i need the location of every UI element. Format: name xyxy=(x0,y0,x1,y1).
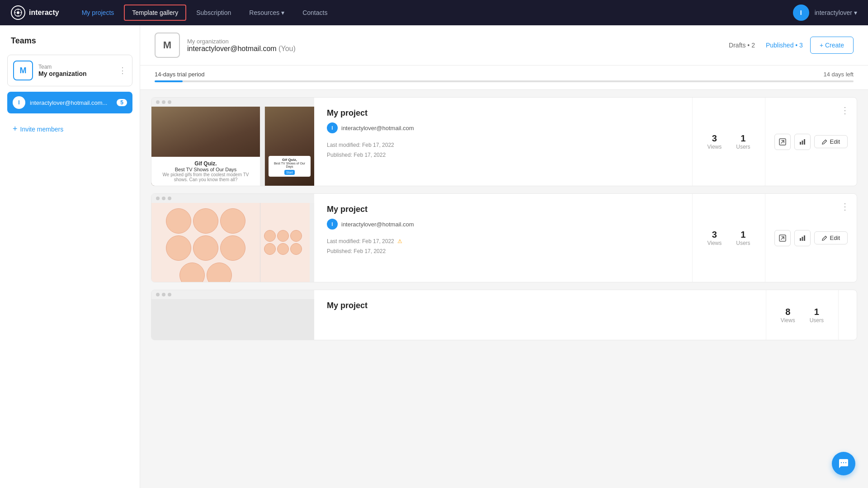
users-label: Users xyxy=(736,240,750,246)
browser-dot-1 xyxy=(156,293,160,296)
create-button[interactable]: + Create xyxy=(810,37,854,54)
users-stat: 1 Users xyxy=(736,133,750,150)
team-more-icon[interactable]: ⋮ xyxy=(118,66,127,75)
last-modified: Last modified: Feb 17, 2022 xyxy=(327,141,679,150)
project-stats: 8 Views 1 Users xyxy=(766,290,838,340)
projects-list: Gif Quiz. Best TV Shows of Our Days We p… xyxy=(140,90,868,355)
edit-button[interactable]: Edit xyxy=(814,231,848,244)
warning-icon: ⚠ xyxy=(397,238,402,244)
card-more-icon[interactable]: ⋮ xyxy=(840,201,849,212)
published-stat-link[interactable]: Published • 3 xyxy=(766,42,803,49)
org-name: My organization xyxy=(187,38,722,45)
logo-icon xyxy=(11,5,25,20)
user-menu[interactable]: interactylover ▾ xyxy=(815,9,857,16)
last-modified: Last modified: Feb 17, 2022 ⚠ xyxy=(327,237,679,247)
nav-my-projects[interactable]: My projects xyxy=(74,5,123,21)
open-button[interactable] xyxy=(774,230,791,246)
project-preview xyxy=(151,290,314,340)
nav-resources[interactable]: Resources ▾ xyxy=(241,5,292,21)
project-dates: Last modified: Feb 17, 2022 Published: F… xyxy=(327,141,679,160)
trial-banner: 14-days trial period 14 days left xyxy=(140,66,868,90)
sidebar-user-avatar: I xyxy=(13,96,25,109)
project-title: My project xyxy=(327,205,679,214)
browser-dot-2 xyxy=(162,100,165,104)
team-avatar: M xyxy=(13,61,33,80)
edit-label: Edit xyxy=(830,138,840,145)
logo-text: interacty xyxy=(29,9,59,17)
preview-main-image: Gif Quiz. Best TV Shows of Our Days We p… xyxy=(151,107,260,186)
project-preview: Gif Quiz. Best TV Shows of Our Days We p… xyxy=(151,98,314,186)
author-avatar: I xyxy=(327,122,338,133)
svg-rect-14 xyxy=(802,237,803,241)
preview-desc: We picked gifs from the coolest modern T… xyxy=(156,172,255,182)
preview-faces xyxy=(151,203,314,282)
actions-row: Edit xyxy=(774,230,848,246)
users-label: Users xyxy=(736,144,750,150)
nav-links: My projects Template gallery Subscriptio… xyxy=(74,5,793,21)
users-stat: 1 Users xyxy=(736,230,750,246)
sidebar: Teams M Team My organization ⋮ I interac… xyxy=(0,25,140,488)
org-stats: Drafts • 2 Published • 3 xyxy=(729,42,803,49)
views-count: 3 xyxy=(707,230,722,240)
project-info: My project I interactylover@hotmail.com … xyxy=(314,194,692,282)
org-email: interactylover@hotmail.com (You) xyxy=(187,45,722,53)
open-button[interactable] xyxy=(774,134,791,150)
stats-button[interactable] xyxy=(794,134,811,150)
org-header: M My organization interactylover@hotmail… xyxy=(140,25,868,66)
org-avatar: M xyxy=(155,33,180,58)
browser-dot-1 xyxy=(156,100,160,104)
project-info: My project I interactylover@hotmail.com … xyxy=(314,98,692,186)
navbar: interacty My projects Template gallery S… xyxy=(0,0,868,25)
invite-members-button[interactable]: + Invite members xyxy=(7,121,132,137)
stats-row: 3 Views 1 Users xyxy=(707,133,750,150)
stats-row: 3 Views 1 Users xyxy=(707,230,750,246)
trial-progress-bar-bg xyxy=(155,80,854,82)
project-actions xyxy=(838,290,857,340)
project-card: My project 8 Views 1 Users xyxy=(151,290,857,340)
nav-contacts[interactable]: Contacts xyxy=(294,5,335,21)
preview-browser-bar xyxy=(151,194,314,203)
views-label: Views xyxy=(707,144,722,150)
project-author: I interactylover@hotmail.com xyxy=(327,122,679,133)
views-stat: 3 Views xyxy=(707,133,722,150)
views-stat: 8 Views xyxy=(781,307,795,324)
preview-browser-bar xyxy=(151,98,314,107)
chat-fab-button[interactable] xyxy=(832,452,855,475)
views-label: Views xyxy=(707,240,722,246)
browser-dot-1 xyxy=(156,197,160,200)
sidebar-user-item[interactable]: I interactylover@hotmail.com... 5 xyxy=(7,92,132,113)
project-stats: 3 Views 1 Users xyxy=(692,98,764,186)
views-count: 8 xyxy=(781,307,795,317)
views-label: Views xyxy=(781,317,795,324)
user-avatar: I xyxy=(793,5,809,21)
users-count: 1 xyxy=(736,133,750,144)
published-date: Published: Feb 17, 2022 xyxy=(327,150,679,160)
svg-point-1 xyxy=(17,11,19,14)
plus-icon: + xyxy=(13,124,18,134)
browser-dot-3 xyxy=(168,293,171,296)
project-dates: Last modified: Feb 17, 2022 ⚠ Published:… xyxy=(327,237,679,256)
nav-subscription[interactable]: Subscription xyxy=(188,5,239,21)
author-avatar: I xyxy=(327,219,338,230)
main-content: M My organization interactylover@hotmail… xyxy=(140,25,868,488)
stats-button[interactable] xyxy=(794,230,811,246)
drafts-stat: Drafts • 2 xyxy=(729,42,755,49)
team-name: My organization xyxy=(38,70,113,77)
trial-label: 14-days trial period xyxy=(155,71,205,78)
trial-progress-bar-fill xyxy=(155,80,183,82)
sidebar-team-item[interactable]: M Team My organization ⋮ xyxy=(7,55,132,86)
project-stats: 3 Views 1 Users xyxy=(692,194,764,282)
invite-label: Invite members xyxy=(20,126,64,133)
sidebar-title: Teams xyxy=(7,36,132,46)
users-stat: 1 Users xyxy=(810,307,824,324)
svg-rect-13 xyxy=(800,238,801,241)
logo[interactable]: interacty xyxy=(11,5,59,20)
project-title: My project xyxy=(327,301,753,310)
nav-template-gallery[interactable]: Template gallery xyxy=(124,5,186,21)
edit-button[interactable]: Edit xyxy=(814,135,848,148)
author-email: interactylover@hotmail.com xyxy=(341,221,414,228)
card-more-icon[interactable]: ⋮ xyxy=(840,105,849,116)
users-count: 1 xyxy=(736,230,750,240)
edit-label: Edit xyxy=(830,235,840,241)
svg-line-12 xyxy=(781,237,784,239)
